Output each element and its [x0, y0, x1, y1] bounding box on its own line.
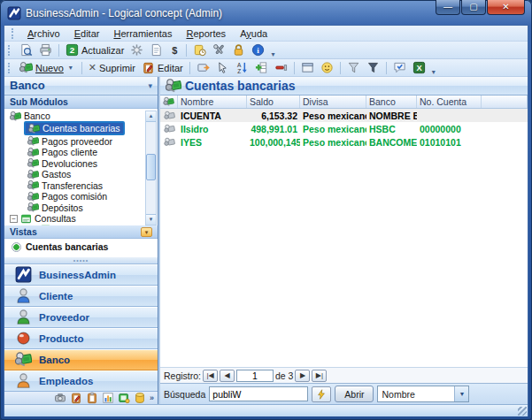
tree-node-pagos-comision[interactable]: Pagos comisión — [10, 191, 144, 202]
maximize-button[interactable]: ▢ — [461, 0, 486, 15]
previous-record-button[interactable]: ◀ — [220, 370, 235, 382]
menu-editar[interactable]: Editar — [68, 27, 106, 40]
table-row[interactable]: IYES 100,000,145.00 Peso mexicano BANCOM… — [160, 135, 528, 149]
camera-icon[interactable] — [54, 392, 66, 404]
close-button[interactable]: ✕ — [487, 0, 525, 15]
app-icon[interactable] — [7, 6, 21, 20]
nav-empleados[interactable]: Empleados — [4, 370, 158, 392]
remove-column-button[interactable] — [272, 60, 290, 75]
menubar-grip-handle[interactable] — [12, 28, 15, 39]
search-field-select[interactable]: Nombre ▼ — [377, 386, 469, 402]
tree-scrollbar[interactable]: ▲ ▼ — [145, 111, 157, 225]
column-header-banco[interactable]: Banco — [366, 95, 417, 108]
cell-banco: HSBC — [366, 124, 417, 134]
appearance-button[interactable] — [318, 60, 336, 75]
filter-edit-button[interactable] — [344, 60, 363, 75]
vistas-collapse-icon[interactable]: ▾ — [141, 227, 152, 237]
delete-button[interactable]: ✕Suprimir — [86, 61, 138, 74]
scroll-down-icon[interactable]: ▼ — [146, 214, 156, 225]
menu-archivo[interactable]: Archivo — [21, 27, 66, 40]
validate-button[interactable] — [390, 60, 409, 75]
select-pointer-button[interactable] — [213, 60, 232, 75]
scrollbar-thumb[interactable] — [146, 154, 156, 180]
combo-arrow-icon[interactable]: ▼ — [454, 386, 468, 401]
export-button[interactable] — [194, 60, 212, 75]
column-header-saldo[interactable]: Saldo — [247, 95, 300, 108]
lock-button[interactable] — [229, 42, 248, 57]
tree-node-pagos-cliente[interactable]: Pagos cliente — [10, 147, 144, 158]
tools-button[interactable] — [210, 42, 228, 57]
chart-icon[interactable] — [102, 392, 114, 404]
chevron-down-icon[interactable]: ▾ — [148, 81, 152, 90]
notes-button[interactable] — [190, 42, 209, 57]
currency-button[interactable]: $ — [166, 44, 182, 57]
search-execute-button[interactable] — [312, 386, 331, 402]
dollar-icon: $ — [169, 45, 180, 56]
tree-node-transferencias[interactable]: Transferencias — [10, 179, 144, 191]
menu-herramientas[interactable]: Herramientas — [107, 27, 178, 40]
tree-node-cuentas-bancarias[interactable]: Cuentas bancarias — [10, 121, 144, 135]
record-number-input[interactable] — [236, 370, 274, 382]
scroll-up-icon[interactable]: ▲ — [146, 111, 156, 122]
tree-node-gastos[interactable]: Gastos — [10, 169, 144, 180]
document-button[interactable] — [147, 42, 166, 57]
table-row[interactable]: ICUENTA 6,153.32 Peso mexicano NOMBRE B.… — [160, 109, 528, 122]
last-record-button[interactable]: ▶| — [312, 370, 327, 382]
menu-ayuda[interactable]: Ayuda — [234, 27, 274, 40]
next-record-button[interactable]: ▶ — [295, 370, 310, 382]
title-bar[interactable]: BusinessAdmin - Logical concept (Admin) … — [0, 0, 532, 25]
toolbar-overflow-button[interactable]: ▾ — [268, 50, 277, 58]
tree-node-pagos-proveedor[interactable]: Pagos proveedor — [10, 135, 144, 147]
tasks-icon[interactable] — [70, 392, 82, 404]
nav-businessadmin[interactable]: BusinessAdmin — [4, 264, 158, 286]
nav-proveedor[interactable]: Proveedor — [4, 307, 158, 328]
table-row[interactable]: IIsidro 498,991.01 Peso mexicano HSBC 00… — [160, 122, 528, 135]
nav-banco[interactable]: Banco — [4, 349, 158, 370]
tree-node-depositos[interactable]: Depósitos — [10, 202, 144, 213]
filter-button[interactable] — [364, 60, 382, 75]
splitter-handle[interactable]: ••••• — [4, 256, 158, 264]
window-title: BusinessAdmin - Logical concept (Admin) — [26, 7, 222, 19]
refresh-button[interactable]: Actualizar — [63, 42, 127, 57]
tree-collapse-icon[interactable]: − — [10, 215, 18, 223]
tree-node-consultas[interactable]: − Consultas — [10, 213, 144, 225]
menu-reportes[interactable]: Reportes — [180, 27, 232, 40]
column-header-no-cuenta[interactable]: No. Cuenta — [417, 95, 482, 108]
print-preview-button[interactable] — [17, 42, 35, 57]
clipboard-icon[interactable] — [86, 392, 98, 404]
column-header-nombre[interactable]: Nombre — [178, 95, 247, 108]
new-button[interactable]: Nuevo▾ — [17, 60, 78, 75]
open-button[interactable]: Abrir — [335, 386, 374, 402]
search-input[interactable] — [209, 386, 308, 401]
smiley-palette-icon — [320, 61, 334, 74]
layout-button[interactable] — [298, 60, 317, 75]
tree-node-banco[interactable]: Banco — [10, 111, 144, 122]
nav-overflow-icon[interactable]: » — [150, 393, 154, 402]
ledger-icon[interactable] — [118, 392, 130, 404]
sort-az-icon — [235, 61, 249, 74]
nav-cliente[interactable]: Cliente — [4, 286, 158, 307]
first-record-button[interactable]: |◀ — [203, 370, 218, 382]
toolbar-overflow-button[interactable]: ▾ — [429, 68, 438, 76]
grid-icon-header[interactable] — [160, 95, 178, 108]
add-column-button[interactable] — [252, 60, 271, 75]
toolbar-grip-handle[interactable] — [8, 45, 12, 56]
minimize-button[interactable]: — — [436, 0, 460, 15]
column-header-divisa[interactable]: Divisa — [300, 95, 366, 108]
view-item-cuentas-bancarias[interactable]: Cuentas bancarias — [12, 241, 150, 252]
tree-node-devoluciones[interactable]: Devoluciones — [10, 157, 144, 169]
radio-selected-icon[interactable] — [12, 242, 21, 252]
resize-grip-handle[interactable] — [518, 407, 527, 416]
tree-node-comisiones[interactable]: Comisiones por pagos — [10, 224, 144, 225]
module-header[interactable]: Banco ▾ — [4, 77, 158, 95]
edit-button[interactable]: Editar — [139, 60, 186, 75]
excel-export-button[interactable] — [410, 60, 428, 75]
nav-producto[interactable]: Producto — [4, 328, 158, 349]
print-button[interactable] — [36, 42, 55, 57]
settings-button[interactable] — [127, 42, 146, 57]
sort-button[interactable] — [233, 60, 251, 75]
about-button[interactable] — [249, 42, 267, 57]
nav-options-strip: » — [4, 392, 158, 404]
database-icon[interactable] — [134, 392, 146, 404]
toolbar-grip-handle[interactable] — [8, 63, 12, 73]
